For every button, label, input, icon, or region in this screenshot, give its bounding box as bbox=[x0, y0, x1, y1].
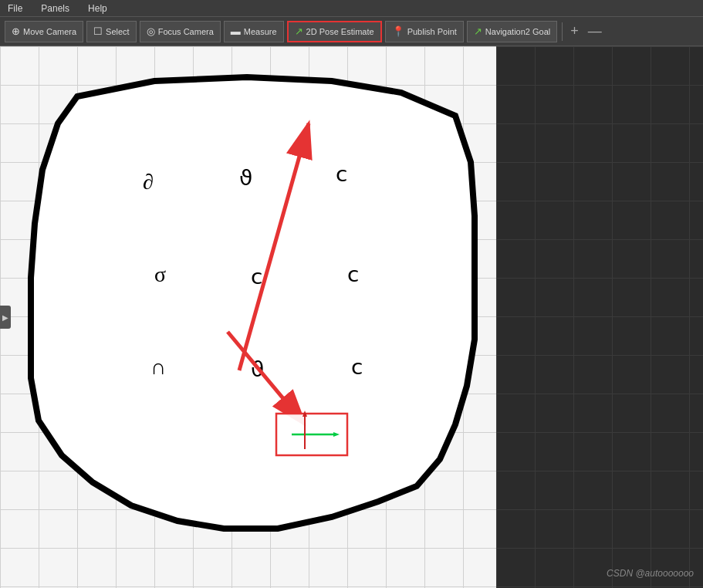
publish-point-button[interactable]: 📍 Publish Point bbox=[385, 21, 464, 42]
select-icon: ☐ bbox=[93, 25, 103, 37]
menu-file[interactable]: File bbox=[5, 2, 25, 15]
watermark: CSDN @autooooooo bbox=[607, 568, 694, 579]
map-feature: ∩ bbox=[150, 355, 166, 379]
2d-pose-estimate-button[interactable]: ↗ 2D Pose Estimate bbox=[287, 21, 382, 42]
left-panel-handle[interactable]: ▶ bbox=[0, 306, 11, 329]
map-feature: ϲ bbox=[336, 162, 347, 186]
toolbar-separator bbox=[562, 22, 563, 41]
measure-button[interactable]: ▬ Measure bbox=[224, 21, 284, 42]
menubar: File Panels Help bbox=[0, 0, 703, 17]
map-viewport[interactable]: ∂ ϑ ϲ σ ϲ ϲ ∩ ϑ ϲ bbox=[0, 46, 496, 588]
map-feature: ∂ bbox=[143, 170, 154, 194]
publish-point-icon: 📍 bbox=[392, 25, 404, 37]
handle-icon: ▶ bbox=[2, 313, 8, 322]
pose-estimate-icon: ↗ bbox=[295, 25, 303, 37]
map-feature: ϑ bbox=[239, 166, 252, 190]
map-feature: σ bbox=[154, 262, 166, 286]
main-area: ∂ ϑ ϲ σ ϲ ϲ ∩ ϑ ϲ bbox=[0, 46, 703, 588]
move-camera-button[interactable]: ⊕ Move Camera bbox=[5, 21, 83, 42]
focus-camera-icon: ◎ bbox=[147, 25, 155, 37]
map-svg: ∂ ϑ ϲ σ ϲ ϲ ∩ ϑ ϲ bbox=[0, 46, 496, 588]
right-panel-grid bbox=[496, 46, 703, 588]
measure-icon: ▬ bbox=[231, 25, 241, 37]
toolbar-add-button[interactable]: + bbox=[567, 23, 582, 39]
move-camera-icon: ⊕ bbox=[12, 25, 20, 37]
menu-panels[interactable]: Panels bbox=[38, 2, 73, 15]
map-feature: ϲ bbox=[347, 262, 359, 286]
select-button[interactable]: ☐ Select bbox=[86, 21, 137, 42]
focus-camera-button[interactable]: ◎ Focus Camera bbox=[140, 21, 221, 42]
toolbar-minus-button[interactable]: — bbox=[585, 23, 605, 39]
map-feature: ϲ bbox=[351, 355, 363, 379]
navigation2-goal-button[interactable]: ↗ Navigation2 Goal bbox=[467, 21, 557, 42]
map-polygon bbox=[31, 77, 475, 529]
nav2-goal-icon: ↗ bbox=[474, 25, 482, 37]
toolbar: ⊕ Move Camera ☐ Select ◎ Focus Camera ▬ … bbox=[0, 17, 703, 46]
right-panel bbox=[496, 46, 703, 588]
menu-help[interactable]: Help bbox=[85, 2, 110, 15]
map-feature: ϲ bbox=[251, 265, 262, 289]
